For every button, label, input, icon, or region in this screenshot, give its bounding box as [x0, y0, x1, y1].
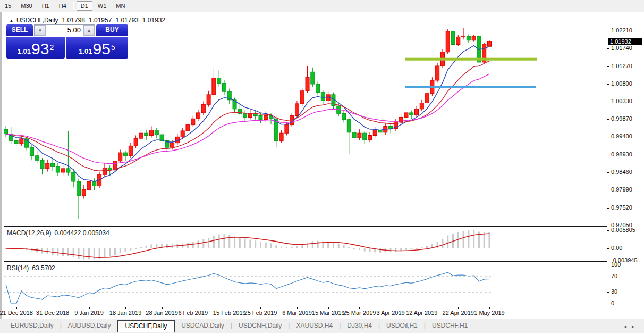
- low-value: 1.01793: [115, 16, 138, 24]
- rsi-name: RSI: [7, 264, 18, 272]
- buy-price-button[interactable]: 1.01955: [66, 37, 128, 59]
- tabs-scroll-left-icon[interactable]: ◂: [624, 323, 632, 329]
- trading-terminal-window: 15M30H1H4D1W1MN ▲USDCHF,Daily1.017981.01…: [0, 0, 644, 333]
- date-axis-tick: [193, 307, 193, 309]
- current-price-tag: 1.01932: [608, 38, 642, 45]
- timeframe-toolbar: 15M30H1H4D1W1MN: [0, 0, 644, 12]
- timeframe-H1[interactable]: H1: [38, 1, 54, 11]
- tab-usdchf-daily[interactable]: USDCHF,Daily: [117, 320, 175, 332]
- volume-decrease-button[interactable]: ▼: [35, 25, 46, 36]
- rsi-tick-30-tick: [607, 292, 609, 293]
- tab-usdchf-h1[interactable]: USDCHF,H1: [426, 320, 474, 331]
- date-axis-tick: [260, 307, 261, 309]
- timeframe-MN[interactable]: MN: [112, 1, 129, 11]
- tab-usdoil-h1[interactable]: USDOil,H1: [380, 320, 424, 331]
- timeframe-15[interactable]: 15: [1, 1, 15, 11]
- timeframe-M30[interactable]: M30: [16, 1, 36, 11]
- tab-dj30-h4[interactable]: DJ30,H4: [341, 320, 378, 331]
- buy-price-prefix: 1.01: [79, 46, 92, 57]
- date-axis-tick: [391, 307, 391, 309]
- date-axis-tick: [125, 307, 126, 309]
- volume-field[interactable]: 5.00: [46, 25, 83, 36]
- volume-increase-button[interactable]: ▲: [83, 25, 95, 36]
- open-value: 1.01798: [62, 16, 85, 24]
- date-axis-tick: [422, 307, 422, 309]
- tabs-scroll-right-icon[interactable]: ▸: [632, 323, 640, 329]
- buy-button-label: BUY: [102, 26, 122, 35]
- arrow-up-icon: ▲: [87, 28, 91, 33]
- collapse-arrow-icon[interactable]: ▲: [9, 18, 14, 23]
- macd-label: MACD(12,26,9)0.004422 0.005034: [7, 229, 109, 237]
- volume-spinner: ▼ 5.00 ▲: [34, 24, 95, 36]
- sell-price-big: 93: [31, 41, 49, 57]
- macd-values: 0.004422 0.005034: [54, 229, 109, 237]
- date-axis-tick: [328, 307, 329, 309]
- price-tick-0.97520-tick: [607, 208, 609, 209]
- tab-audusd-daily[interactable]: AUDUSD,Daily: [62, 320, 117, 331]
- chart-window[interactable]: ▲USDCHF,Daily1.017981.019571.017931.0193…: [0, 12, 644, 319]
- price-tick-1.00800-tick: [607, 84, 609, 85]
- tab-usdcnh-daily[interactable]: USDCNH,Daily: [232, 320, 288, 331]
- tab-xauusd-h4[interactable]: XAUUSD,H4: [290, 320, 339, 331]
- one-click-trading-panel: SELL ▼ 5.00 ▲ BUY 1.01932: [6, 24, 128, 59]
- rsi-tick-0-tick: [607, 304, 609, 304]
- rsi-label: RSI(14)63.5702: [7, 264, 55, 272]
- price-tick-0.99870: 0.99870: [611, 115, 632, 122]
- macd-tick-0.005805-tick: [607, 230, 609, 231]
- price-tick-0.98930: 0.98930: [611, 151, 632, 157]
- timeframe-W1[interactable]: W1: [94, 1, 111, 11]
- date-axis-tick: [162, 307, 163, 309]
- date-axis-tick: [458, 307, 459, 309]
- price-tick-1.01270-tick: [607, 66, 609, 67]
- price-tick-1.02210-tick: [607, 31, 609, 31]
- date-axis-tick: [89, 307, 90, 309]
- price-tick-1.02210: 1.02210: [611, 27, 632, 34]
- date-axis-tick: [53, 307, 53, 309]
- macd-tick--0.003945-tick: [607, 261, 609, 261]
- tab-usdcad-daily[interactable]: USDCAD,Daily: [175, 320, 231, 331]
- toolbar-separator: [132, 2, 132, 10]
- sell-price-sup: 2: [49, 37, 54, 57]
- rsi-indicator-pane[interactable]: [4, 263, 607, 307]
- rsi-tick-70-tick: [607, 277, 609, 277]
- price-tick-0.98460: 0.98460: [611, 169, 632, 175]
- date-axis-tick: [489, 307, 490, 309]
- price-tick-0.97990-tick: [607, 190, 609, 190]
- price-tick-0.99400-tick: [607, 137, 609, 137]
- price-tick-1.01740: 1.01740: [611, 45, 632, 51]
- sell-button-label: SELL: [9, 26, 31, 35]
- sell-price-button[interactable]: 1.01932: [6, 37, 65, 59]
- macd-params: (12,26,9): [26, 229, 51, 237]
- price-tick-0.99400: 0.99400: [611, 133, 632, 139]
- macd-tick-0.00-tick: [607, 248, 609, 249]
- buy-price-big: 95: [93, 41, 111, 57]
- close-value: 1.01932: [142, 16, 165, 24]
- sell-price-prefix: 1.01: [18, 46, 31, 57]
- buy-button[interactable]: BUY: [96, 24, 128, 36]
- chart-header: ▲USDCHF,Daily1.017981.019571.017931.0193…: [9, 16, 165, 24]
- timeframe-H4[interactable]: H4: [55, 1, 71, 11]
- price-tick-0.99870-tick: [607, 119, 609, 120]
- rsi-tick-30: 30: [611, 288, 617, 295]
- macd-tick-0.00: 0.00: [611, 245, 622, 251]
- date-axis-tick: [230, 307, 230, 309]
- date-axis-tick: [16, 307, 17, 309]
- arrow-down-icon: ▼: [38, 28, 43, 33]
- chart-symbol-label: USDCHF,Daily: [16, 16, 58, 24]
- rsi-tick-100: 100: [611, 261, 621, 268]
- chart-tabs-bar: EURUSD,Daily|AUDUSD,DailyUSDCHF,DailyUSD…: [0, 319, 644, 333]
- tab-eurusd-daily[interactable]: EURUSD,Daily: [4, 320, 60, 331]
- rsi-value: 63.5702: [32, 264, 55, 272]
- timeframe-D1[interactable]: D1: [77, 1, 92, 11]
- price-tick-1.01270: 1.01270: [611, 63, 632, 69]
- price-tick-0.97050-tick: [607, 226, 609, 226]
- date-axis-tick: [359, 307, 360, 309]
- rsi-tick-70: 70: [611, 273, 617, 279]
- sell-button[interactable]: SELL: [6, 24, 33, 36]
- rsi-chart[interactable]: [4, 263, 607, 307]
- price-tick-0.97520: 0.97520: [611, 204, 632, 211]
- rsi-tick-100-tick: [607, 265, 609, 265]
- date-axis-tick: [297, 307, 298, 309]
- rsi-tick-0: 0: [611, 300, 614, 306]
- macd-name: MACD: [7, 229, 26, 237]
